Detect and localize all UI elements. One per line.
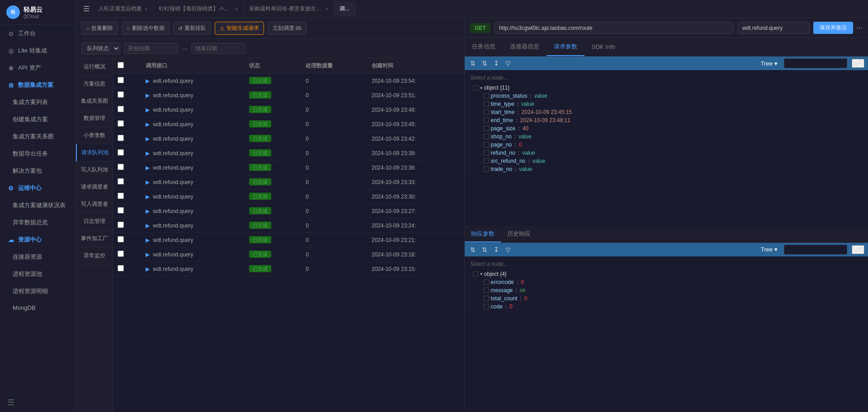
req-root-row[interactable]: :: ▾ object {11} — [465, 84, 868, 92]
sidebar-item-data-export[interactable]: 数据导出任务 — [0, 145, 75, 162]
end-date-input[interactable] — [191, 43, 245, 54]
table-row[interactable]: ▶ wdt.refund.query 已完成 0 2024-10-09 23:2… — [113, 233, 464, 247]
field-cb[interactable] — [484, 118, 489, 123]
row-checkbox[interactable] — [118, 164, 124, 170]
sidebar-item-data-integration[interactable]: ⊞ 数据集成方案 — [0, 76, 75, 94]
field-cb[interactable] — [484, 126, 489, 131]
side-nav-log-mgmt[interactable]: 日志管理 — [76, 213, 113, 230]
url-input[interactable] — [494, 22, 734, 34]
side-nav-data-mgmt[interactable]: 数据管理 — [76, 110, 113, 127]
sidebar-item-solution-map[interactable]: 集成方案关系图 — [0, 128, 75, 145]
save-activate-button[interactable]: 保存并激活 — [813, 22, 853, 34]
json-field-row[interactable]: :: time_type : value — [465, 100, 868, 108]
re-queue-button[interactable]: ↺ 重新排队 — [173, 22, 211, 35]
row-checkbox[interactable] — [118, 236, 124, 242]
side-nav-exception-monitor[interactable]: 异常监控 — [76, 247, 113, 265]
tab-1[interactable]: 入旺店通货品档案 × — [93, 1, 153, 16]
smart-request-button[interactable]: ⚠ 智能生成请求 — [215, 22, 264, 35]
batch-delete-button[interactable]: ○ 批量删除 — [81, 22, 118, 35]
sidebar-item-solution-pkg[interactable]: 解决方案包 — [0, 162, 75, 180]
req-sort2-icon[interactable]: ↧ — [492, 59, 501, 68]
sidebar-item-ops-center[interactable]: ⚙ 运维中心 — [0, 180, 75, 197]
table-row[interactable]: ▶ wdt.refund.query 已完成 0 2024-10-09 23:3… — [113, 146, 464, 161]
resp-search-input[interactable] — [784, 245, 847, 255]
tab-close-3[interactable]: × — [326, 6, 328, 12]
sidebar-bottom-icon[interactable]: ☰ — [0, 393, 75, 412]
row-checkbox[interactable] — [118, 251, 124, 257]
sidebar-item-mongodb[interactable]: MongDB — [0, 300, 75, 316]
table-row[interactable]: ▶ wdt.refund.query 已完成 0 2024-10-09 23:1… — [113, 247, 464, 262]
field-cb[interactable] — [484, 134, 489, 139]
table-row[interactable]: ▶ wdt.refund.query 已完成 0 2024-10-09 23:4… — [113, 103, 464, 117]
delete-selected-button[interactable]: ○ 删除选中数据 — [122, 22, 169, 35]
resp-tab-params[interactable]: 响应参数 — [465, 226, 501, 242]
sidebar-item-lite[interactable]: ◎ Lite 轻集成 — [0, 42, 75, 59]
resp-filter-icon[interactable]: ▽ — [504, 245, 512, 254]
sidebar-item-process-detail[interactable]: 进程资源明细 — [0, 283, 75, 300]
req-root-arrow[interactable]: ▾ — [480, 85, 482, 90]
resp-root-arrow[interactable]: ▾ — [480, 271, 482, 276]
resp-sort2-icon[interactable]: ↧ — [492, 245, 501, 254]
req-tree-arrow[interactable]: ▾ — [774, 60, 778, 67]
table-row[interactable]: ▶ wdt.refund.query 已完成 0 2024-10-09 23:5… — [113, 74, 464, 88]
tab-close-2[interactable]: × — [235, 6, 238, 12]
tab-close-1[interactable]: × — [145, 6, 147, 12]
sidebar-item-resource-center[interactable]: ☁ 资源中心 — [0, 231, 75, 248]
resp-tree-arrow[interactable]: ▾ — [774, 246, 778, 253]
field-cb[interactable] — [484, 158, 489, 164]
table-row[interactable]: ▶ wdt.refund.query 已完成 0 2024-10-09 23:3… — [113, 161, 464, 175]
table-row[interactable]: ▶ wdt.refund.query 已完成 0 2024-10-09 23:1… — [113, 262, 464, 276]
sidebar-item-workspace[interactable]: ⊙ 工作台 — [0, 25, 75, 42]
row-checkbox[interactable] — [118, 91, 124, 98]
req-search-input[interactable] — [784, 58, 847, 68]
select-all-checkbox[interactable] — [118, 62, 124, 68]
json-field-row[interactable]: :: src_refund_no : value — [465, 157, 868, 165]
side-nav-xiao-qing[interactable]: 小青查数 — [76, 127, 113, 144]
more-options-icon[interactable]: ··· — [857, 24, 863, 32]
resp-root-row[interactable]: :: ▾ object {4} — [465, 270, 868, 278]
resp-sort-icon[interactable]: ⇅ — [480, 245, 489, 254]
side-nav-request-scheduler[interactable]: 请求调度者 — [76, 179, 113, 196]
req-expand-icon[interactable]: ⇅ — [468, 59, 477, 68]
start-date-input[interactable] — [124, 43, 178, 54]
field-cb[interactable] — [484, 109, 489, 115]
json-field-row[interactable]: :: shop_no : value — [465, 133, 868, 141]
table-row[interactable]: ▶ wdt.refund.query 已完成 0 2024-10-09 23:2… — [113, 204, 464, 218]
side-nav-request-queue[interactable]: 请求队列池 — [76, 144, 113, 161]
tab-3[interactable]: 采购退料单回传-赛意直接生成-N × — [244, 1, 334, 16]
row-checkbox[interactable] — [118, 193, 124, 199]
sidebar-item-health[interactable]: 集成方案健康状况表 — [0, 197, 75, 214]
schedule-button[interactable]: 立刻调度 ds — [268, 22, 307, 35]
field-cb[interactable] — [484, 166, 489, 172]
req-filter-icon[interactable]: ▽ — [504, 59, 512, 68]
json-field-row[interactable]: :: start_time : 2024-10-09 23:45:15 — [465, 108, 868, 116]
json-field-row[interactable]: :: refund_no : value — [465, 149, 868, 157]
tab-4[interactable]: 调... — [334, 1, 355, 16]
tab-sdk-info[interactable]: SDK Info — [585, 39, 623, 56]
side-nav-write-scheduler[interactable]: 写入调度者 — [76, 196, 113, 213]
tab-request-params[interactable]: 请求参数 — [547, 38, 585, 56]
row-checkbox[interactable] — [118, 222, 124, 228]
json-field-row[interactable]: :: errorcode : 0 — [465, 278, 868, 286]
field-cb[interactable] — [484, 279, 489, 285]
field-cb[interactable] — [484, 288, 489, 293]
tab-task-info[interactable]: 任务信息 — [465, 38, 503, 56]
api-name-input[interactable] — [737, 22, 810, 34]
row-checkbox[interactable] — [118, 77, 124, 83]
tab-connector-info[interactable]: 连接器信息 — [503, 38, 547, 56]
side-nav-integration-map[interactable]: 集成关系图 — [76, 93, 113, 110]
json-field-row[interactable]: :: page_no : 0 — [465, 141, 868, 149]
sidebar-item-abnormal[interactable]: 异常数据总览 — [0, 214, 75, 231]
resp-expand-collapse[interactable]: ⇲⇱ — [852, 245, 864, 254]
field-cb[interactable] — [484, 101, 489, 107]
table-row[interactable]: ▶ wdt.refund.query 已完成 0 2024-10-09 23:3… — [113, 175, 464, 189]
resp-root-cb[interactable] — [473, 271, 478, 277]
json-field-row[interactable]: :: total_count : 0 — [465, 294, 868, 303]
row-checkbox[interactable] — [118, 265, 124, 271]
sidebar-item-connector[interactable]: 连接器资源 — [0, 248, 75, 265]
json-field-row[interactable]: :: trade_no : value — [465, 165, 868, 173]
json-field-row[interactable]: :: message : ok — [465, 286, 868, 294]
queue-status-select[interactable]: 队列状态 — [81, 43, 120, 54]
row-checkbox[interactable] — [118, 120, 124, 127]
req-root-cb[interactable] — [473, 85, 478, 90]
